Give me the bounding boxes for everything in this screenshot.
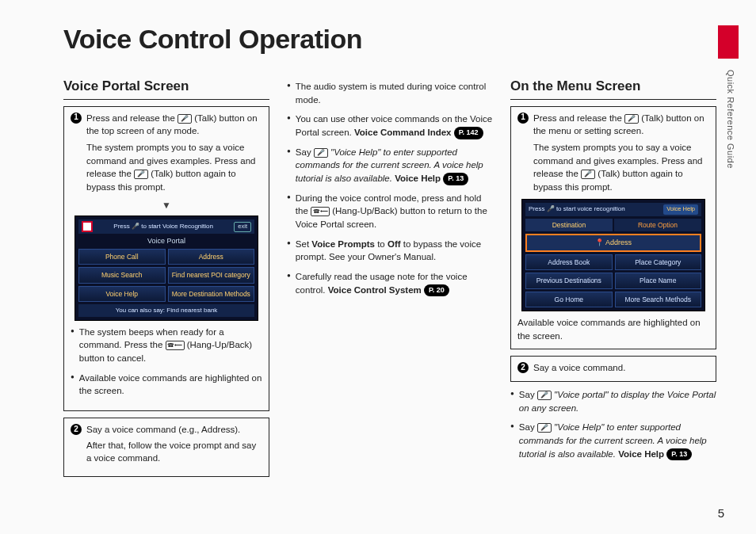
c2-b3c: Voice Help xyxy=(395,174,441,183)
step-number-1: 1 xyxy=(517,113,529,124)
c3-ba1: Say xyxy=(519,390,537,399)
heading-menu-screen: On the Menu Screen xyxy=(510,77,716,100)
step-number-2: 2 xyxy=(517,362,529,373)
talk-icon: 🎤 xyxy=(537,391,552,400)
mock1-footer: You can also say: Find nearest bank xyxy=(78,304,254,317)
mock2-btn: Place Name xyxy=(615,273,702,288)
arrow-down-icon: ▼ xyxy=(71,199,262,212)
step1-box: 1 Press and release the 🎤 (Talk) button … xyxy=(63,106,269,411)
step-number-1: 1 xyxy=(71,113,82,124)
page-ref-20: P. 20 xyxy=(424,284,449,296)
voice-portal-screenshot: Press 🎤 to start Voice Recognition exit … xyxy=(74,216,258,321)
c2-b3a: Say xyxy=(296,147,314,157)
side-label: Quick Reference Guide xyxy=(726,70,735,169)
mock2-btn: More Search Methods xyxy=(615,292,702,307)
mock2-tab-dest: Destination xyxy=(525,219,613,231)
step2-text-b: After that, follow the voice prompt and … xyxy=(86,441,256,463)
highlight-corner-icon xyxy=(82,221,93,232)
c3-bb3: Voice Help xyxy=(618,449,664,459)
c2-b1: The audio system is muted during voice c… xyxy=(296,80,493,106)
mock1-bar-text: Press 🎤 to start Voice Recognition xyxy=(113,222,213,231)
mock1-btn: Find nearest POI category xyxy=(168,267,255,283)
talk-icon: 🎤 xyxy=(581,170,595,179)
talk-icon: 🎤 xyxy=(134,170,148,179)
c2-b6b: Voice Control System xyxy=(328,285,422,295)
mock2-voicehelp: Voice Help xyxy=(663,204,698,215)
talk-icon: 🎤 xyxy=(624,114,639,124)
page-number: 5 xyxy=(718,506,724,520)
page-ref-13b: P. 13 xyxy=(666,448,692,460)
c2-b5d: Off xyxy=(388,239,401,249)
page-ref-13: P. 13 xyxy=(443,173,468,185)
mock2-address-highlight: 📍 Address xyxy=(525,234,701,252)
step1-text-a: Press and release the xyxy=(86,113,178,123)
mock2-bar-text: Press 🎤 to start voice recognition xyxy=(529,204,625,214)
section-tab xyxy=(718,25,739,59)
c2-b5b: Voice Prompts xyxy=(311,239,375,249)
mock1-btn: Voice Help xyxy=(78,286,166,302)
c2-b5c: to xyxy=(375,239,388,249)
column-notes: The audio system is muted during voice c… xyxy=(287,77,493,483)
page-title: Voice Control Operation xyxy=(63,24,716,55)
heading-voice-portal: Voice Portal Screen xyxy=(63,77,269,100)
c3-step1-box: 1 Press and release the 🎤 (Talk) button … xyxy=(510,106,716,350)
c1-bullet-b: Available voice commands are highlighted… xyxy=(79,372,262,398)
c2-b2b: Voice Command Index xyxy=(354,128,451,137)
mock2-tab-route: Route Option xyxy=(614,219,701,231)
column-voice-portal: Voice Portal Screen 1 Press and release … xyxy=(63,77,269,483)
mock1-btn: Music Search xyxy=(78,267,166,283)
mock1-btn: Address xyxy=(168,249,255,265)
mock1-btn: Phone Call xyxy=(78,249,166,265)
talk-icon: 🎤 xyxy=(314,148,328,158)
talk-icon: 🎤 xyxy=(537,423,552,433)
mock2-btn: Previous Destinations xyxy=(525,273,613,288)
c3-caption: Available voice commands are highlighted… xyxy=(517,316,709,342)
page-ref-142: P. 142 xyxy=(454,127,483,139)
menu-screen-screenshot: Press 🎤 to start voice recognition Voice… xyxy=(521,199,705,311)
mock2-btn: Go Home xyxy=(525,292,613,307)
column-menu-screen: On the Menu Screen 1 Press and release t… xyxy=(510,77,716,483)
mock1-btn: More Destination Methods xyxy=(168,286,255,302)
step2-text-a: Say a voice command (e.g., Address). xyxy=(86,425,240,434)
c3-bb1: Say xyxy=(519,422,537,432)
step-number-2: 2 xyxy=(71,424,82,435)
c3-step2: Say a voice command. xyxy=(533,361,709,375)
mock2-btn: Place Category xyxy=(615,254,702,270)
c3-step1a: Press and release the xyxy=(533,113,624,123)
mock1-title: Voice Portal xyxy=(78,236,254,246)
talk-icon: 🎤 xyxy=(178,114,192,124)
step2-box: 2 Say a voice command (e.g., Address). A… xyxy=(63,418,269,477)
mock2-btn: Address Book xyxy=(525,254,613,270)
hangup-icon: ☎⟵ xyxy=(311,207,330,216)
c2-b5a: Set xyxy=(296,239,311,249)
c3-step2-box: 2 Say a voice command. xyxy=(510,356,716,382)
mock1-exit: exit xyxy=(234,222,251,232)
hangup-icon: ☎⟵ xyxy=(166,341,185,350)
